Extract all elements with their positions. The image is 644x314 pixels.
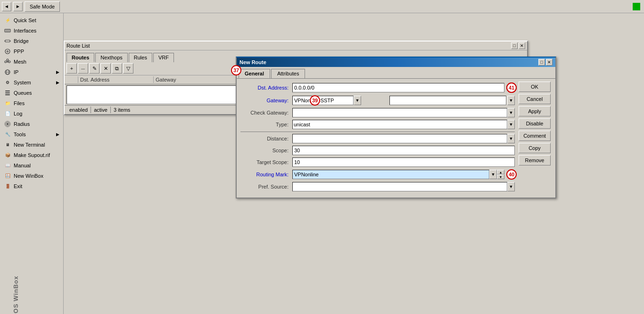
sidebar-label-queues: Queues bbox=[14, 90, 32, 96]
sidebar-item-interfaces[interactable]: Interfaces bbox=[0, 25, 63, 36]
forward-button[interactable]: ► bbox=[13, 2, 23, 11]
gateway-right-dropdown-button[interactable]: ▼ bbox=[507, 96, 515, 105]
routing-mark-input[interactable] bbox=[292, 170, 489, 179]
sidebar-item-ip[interactable]: IP ▶ bbox=[0, 67, 63, 77]
sidebar-item-manual[interactable]: 📖 Manual bbox=[0, 160, 63, 171]
mesh-icon bbox=[4, 58, 11, 66]
tab-nexthops[interactable]: Nexthops bbox=[95, 53, 127, 62]
sidebar: ⚡ Quick Set Interfaces Bridge PPP Mesh bbox=[0, 13, 64, 314]
gateway-input[interactable] bbox=[292, 96, 354, 105]
sidebar-item-system[interactable]: ⚙ System ▶ bbox=[0, 77, 63, 88]
distance-row: Distance: ▼ bbox=[240, 134, 515, 143]
status-active: active bbox=[91, 107, 111, 113]
ppp-icon bbox=[4, 48, 11, 55]
svg-point-10 bbox=[5, 61, 7, 63]
tab-attributes[interactable]: Attributes bbox=[271, 69, 305, 78]
svg-point-11 bbox=[8, 61, 10, 63]
tab-general[interactable]: General bbox=[239, 69, 270, 78]
sidebar-label-tools: Tools bbox=[14, 132, 26, 137]
safe-mode-button[interactable]: Safe Mode bbox=[25, 1, 60, 12]
route-list-restore-button[interactable]: □ bbox=[511, 42, 518, 49]
apply-button[interactable]: Apply bbox=[519, 106, 551, 116]
sidebar-item-tools[interactable]: 🔧 Tools ▶ bbox=[0, 129, 63, 140]
tab-routes[interactable]: Routes bbox=[66, 53, 94, 62]
tools-icon: 🔧 bbox=[4, 131, 11, 138]
check-gateway-select[interactable] bbox=[292, 108, 507, 117]
dst-address-input[interactable] bbox=[292, 83, 504, 92]
ip-arrow: ▶ bbox=[56, 70, 59, 74]
tab-vrf[interactable]: VRF bbox=[153, 53, 174, 62]
gateway-dropdown-button[interactable]: ▼ bbox=[354, 96, 361, 105]
route-list-title: Route List bbox=[66, 43, 90, 49]
copy-route-button[interactable]: ⧉ bbox=[112, 63, 122, 74]
check-gateway-wrapper: ▼ bbox=[292, 108, 515, 117]
sidebar-label-new-terminal: New Terminal bbox=[14, 142, 45, 148]
svg-rect-4 bbox=[5, 40, 10, 42]
back-button[interactable]: ◄ bbox=[2, 2, 11, 11]
sidebar-item-files[interactable]: 📁 Files bbox=[0, 98, 63, 108]
main-layout: ⚡ Quick Set Interfaces Bridge PPP Mesh bbox=[0, 13, 644, 314]
sidebar-item-mesh[interactable]: Mesh bbox=[0, 57, 63, 67]
sidebar-item-radius[interactable]: Radius bbox=[0, 119, 63, 129]
pref-source-select[interactable] bbox=[292, 182, 507, 191]
routing-mark-up[interactable]: ▲ bbox=[497, 170, 504, 174]
distance-wrapper: ▼ bbox=[292, 134, 515, 143]
sidebar-item-new-terminal[interactable]: 🖥 New Terminal bbox=[0, 140, 63, 150]
sidebar-item-new-winbox[interactable]: 🪟 New WinBox bbox=[0, 171, 63, 181]
check-gateway-dropdown[interactable]: ▼ bbox=[507, 108, 515, 117]
pref-source-dropdown[interactable]: ▼ bbox=[507, 182, 515, 191]
annotation-39: 39 bbox=[310, 95, 320, 106]
sidebar-item-ppp[interactable]: PPP bbox=[0, 46, 63, 57]
gateway-row: Gateway: ▼ 39 ▼ bbox=[240, 95, 515, 106]
new-route-titlebar: New Route □ ✕ bbox=[237, 58, 555, 67]
sidebar-label-make-supout: Make Supout.rif bbox=[14, 152, 50, 158]
route-list-close-button[interactable]: ✕ bbox=[519, 42, 525, 49]
delete-route-button[interactable]: ✕ bbox=[100, 63, 111, 74]
type-row: Type: unicast ▼ bbox=[240, 120, 515, 129]
col-check-header bbox=[66, 76, 78, 83]
dst-address-row: Dst. Address: 38 bbox=[240, 83, 515, 93]
gateway-label: Gateway: bbox=[240, 98, 292, 103]
cancel-button[interactable]: Cancel bbox=[519, 94, 551, 104]
edit-route-button[interactable]: ✎ bbox=[89, 63, 99, 74]
sidebar-label-log: Log bbox=[14, 111, 22, 116]
type-select[interactable]: unicast bbox=[292, 120, 507, 129]
disable-button[interactable]: Disable bbox=[519, 118, 551, 129]
check-gateway-label: Check Gateway: bbox=[240, 110, 292, 116]
distance-dropdown[interactable]: ▼ bbox=[507, 134, 515, 143]
sidebar-item-log[interactable]: 📄 Log bbox=[0, 108, 63, 119]
gateway-input-right[interactable] bbox=[389, 96, 506, 105]
new-route-restore-button[interactable]: □ bbox=[538, 59, 545, 66]
routing-mark-down[interactable]: ▼ bbox=[497, 174, 504, 179]
sidebar-item-make-supout[interactable]: 📦 Make Supout.rif bbox=[0, 150, 63, 160]
target-scope-input[interactable] bbox=[292, 157, 515, 167]
tab-rules[interactable]: Rules bbox=[129, 53, 152, 62]
sidebar-item-exit[interactable]: 🚪 Exit bbox=[0, 181, 63, 191]
sidebar-item-queues[interactable]: Queues bbox=[0, 88, 63, 98]
type-dropdown[interactable]: ▼ bbox=[507, 120, 515, 129]
make-supout-icon: 📦 bbox=[4, 151, 11, 159]
quick-set-icon: ⚡ bbox=[4, 17, 11, 24]
new-route-controls: □ ✕ bbox=[538, 59, 553, 66]
sidebar-label-interfaces: Interfaces bbox=[14, 28, 36, 33]
add-route-button[interactable]: + bbox=[66, 63, 77, 74]
content-area: Route List □ ✕ Routes Nexthops Rules VRF… bbox=[64, 13, 644, 314]
exit-icon: 🚪 bbox=[4, 182, 11, 190]
pref-source-label: Pref. Source: bbox=[240, 184, 292, 190]
new-route-close-button[interactable]: ✕ bbox=[546, 59, 553, 66]
bridge-icon bbox=[4, 37, 11, 45]
distance-select[interactable] bbox=[292, 134, 507, 143]
type-label: Type: bbox=[240, 122, 292, 127]
edit-sep-button[interactable]: — bbox=[78, 63, 88, 74]
scope-input[interactable] bbox=[292, 146, 515, 155]
routing-mark-dropdown[interactable]: ▼ bbox=[489, 170, 497, 179]
remove-button[interactable]: Remove bbox=[519, 155, 551, 165]
ok-button[interactable]: OK bbox=[519, 82, 551, 92]
sidebar-label-system: System bbox=[14, 80, 31, 85]
filter-button[interactable]: ▽ bbox=[123, 63, 133, 74]
sidebar-item-quick-set[interactable]: ⚡ Quick Set bbox=[0, 15, 63, 25]
sidebar-item-bridge[interactable]: Bridge bbox=[0, 36, 63, 46]
comment-button[interactable]: Comment bbox=[519, 131, 551, 141]
new-route-body: Dst. Address: 38 Gateway: ▼ bbox=[237, 78, 555, 198]
copy-button[interactable]: Copy bbox=[519, 143, 551, 153]
